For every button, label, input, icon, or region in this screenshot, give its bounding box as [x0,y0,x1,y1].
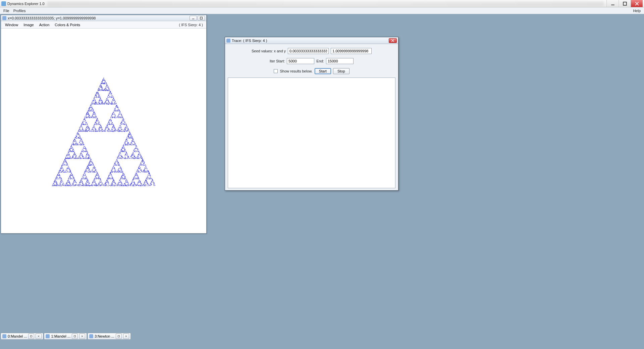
svg-rect-4139 [120,125,120,125]
svg-rect-4736 [117,111,117,111]
os-close-button[interactable] [631,0,643,7]
svg-rect-7831 [82,184,83,184]
svg-rect-2245 [95,179,95,179]
svg-rect-8511 [148,175,148,176]
task-item[interactable]: 1:Mandel ... [44,333,87,340]
svg-rect-1760 [95,126,95,127]
svg-rect-1130 [111,179,112,179]
svg-rect-8710 [92,115,93,115]
task-item[interactable]: 0:Mandel ... [1,333,43,340]
svg-rect-7817 [80,131,81,131]
menu-file[interactable]: File [1,8,11,13]
svg-rect-5313 [109,90,109,90]
svg-rect-2287 [89,116,89,116]
start-button[interactable]: Start [315,68,331,74]
svg-rect-3575 [105,129,106,129]
task-restore-button[interactable] [72,334,78,339]
seed-x-input[interactable] [288,48,329,54]
svg-rect-8165 [76,182,76,183]
svg-rect-8050 [112,130,112,130]
task-close-button[interactable] [123,334,129,339]
svg-rect-4871 [61,181,61,182]
svg-rect-5951 [77,145,77,145]
fractal-canvas[interactable] [2,29,206,233]
svg-rect-8920 [125,158,126,159]
svg-rect-7213 [88,182,88,183]
svg-rect-6388 [90,117,90,117]
trace-dialog-titlebar[interactable]: Trace: ( IFS Sierp: 4 ) [225,37,398,44]
svg-rect-6183 [148,173,149,174]
child-maximize-button[interactable] [198,16,205,20]
svg-rect-5503 [100,104,101,104]
iter-end-input[interactable] [326,58,354,64]
svg-rect-1080 [101,89,102,89]
svg-rect-5771 [96,117,97,117]
svg-rect-8828 [124,184,124,184]
stop-button[interactable]: Stop [333,68,350,74]
svg-rect-5025 [111,171,111,171]
svg-rect-7999 [134,184,134,184]
svg-rect-8536 [56,178,56,178]
svg-rect-8160 [103,79,104,79]
menu-colors-points[interactable]: Colors & Points [52,22,83,28]
child-minimize-button[interactable] [190,16,197,20]
seed-y-input[interactable] [331,48,372,54]
fractal-window-titlebar[interactable]: x=0.0033333333333333335; y=1.00999999999… [1,15,206,21]
svg-rect-6851 [94,101,94,101]
svg-rect-1537 [115,130,115,130]
svg-rect-326 [91,158,91,159]
svg-rect-7103 [124,150,124,150]
os-maximize-button[interactable] [619,0,631,7]
svg-rect-8161 [129,132,130,133]
task-restore-button[interactable] [116,334,122,339]
svg-rect-7748 [112,122,112,123]
svg-rect-8890 [83,152,84,152]
iter-start-input[interactable] [287,58,314,64]
svg-rect-3645 [102,185,102,185]
svg-rect-6761 [83,157,83,157]
menu-action[interactable]: Action [37,22,52,28]
svg-rect-6516 [74,182,74,182]
svg-rect-5415 [112,99,113,100]
dialog-close-button[interactable] [389,38,397,43]
svg-rect-5993 [103,90,103,90]
svg-rect-6872 [102,102,102,102]
menu-window[interactable]: Window [2,22,21,28]
task-item[interactable]: 3:Newton ... [88,333,131,340]
task-close-button[interactable] [79,334,85,339]
svg-rect-7073 [85,158,85,158]
svg-rect-6996 [112,185,112,186]
svg-rect-8262 [149,172,149,172]
svg-rect-8963 [86,158,86,158]
svg-rect-2063 [82,150,83,150]
menu-help[interactable]: Help [631,8,643,13]
svg-rect-2576 [106,84,106,84]
svg-rect-7025 [125,186,125,186]
svg-rect-9011 [74,336,76,337]
svg-rect-4789 [148,179,148,179]
os-minimize-button[interactable] [606,0,619,7]
svg-rect-7497 [145,165,145,166]
svg-rect-8543 [96,186,96,186]
svg-rect-3486 [138,183,139,184]
svg-rect-110 [122,184,122,185]
svg-rect-3579 [110,94,111,94]
svg-rect-7903 [69,186,69,186]
menu-image[interactable]: Image [21,22,37,28]
svg-rect-7749 [108,100,108,100]
svg-rect-6375 [119,180,120,181]
svg-rect-2190 [70,183,70,184]
svg-rect-6369 [72,150,72,151]
svg-rect-7646 [81,158,82,159]
svg-rect-6433 [132,184,132,184]
svg-rect-5977 [108,181,108,181]
task-close-button[interactable] [36,334,42,339]
svg-rect-8740 [89,185,89,186]
svg-rect-6907 [114,104,114,104]
show-results-checkbox[interactable] [274,69,278,73]
task-restore-button[interactable] [28,334,34,339]
svg-rect-8196 [134,186,134,186]
menu-profiles[interactable]: Profiles [11,8,28,13]
svg-rect-7513 [88,114,88,115]
svg-rect-4866 [86,150,86,150]
